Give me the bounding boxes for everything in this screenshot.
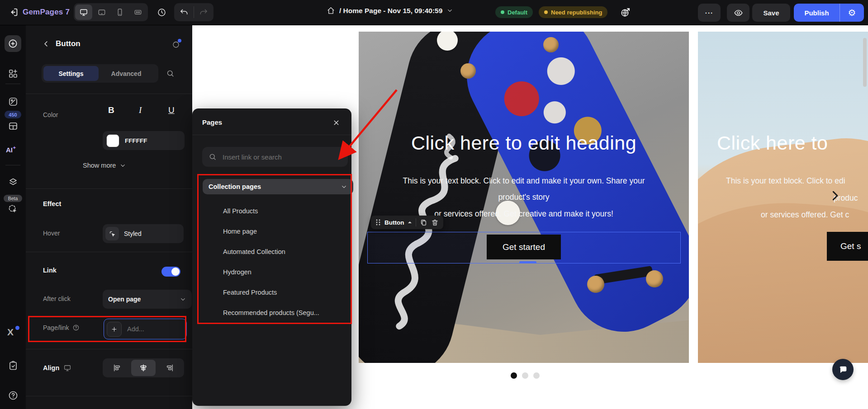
gempages-editor: Click here to edit heading This is your … [0,0,868,409]
chat-widget-button[interactable] [832,359,854,380]
layout-templates-icon[interactable] [8,121,19,132]
chevron-right-icon [828,189,842,202]
add-element-button[interactable] [5,35,21,52]
publish-button[interactable]: Publish [794,4,840,22]
duplicate-icon[interactable] [420,219,427,226]
add-link-button[interactable] [107,322,122,337]
view-live-site-button[interactable] [620,7,631,18]
get-started-button-2[interactable]: Get s [827,232,868,261]
more-actions-button[interactable]: ... [698,4,721,22]
globe-arrow-icon [620,7,631,18]
interactions-icon[interactable] [8,204,19,215]
heading-editable[interactable]: Click here to edit heading [359,132,689,154]
breadcrumb[interactable]: / Home Page - Nov 15, 09:40:59 [327,6,453,15]
slide-skateboard[interactable]: Click here to edit heading This is your … [359,32,689,363]
tooltip-question-icon[interactable] [72,324,80,331]
help-icon[interactable] [8,390,19,401]
align-center-button[interactable] [131,360,156,376]
carousel-dot-active[interactable] [511,372,517,379]
carousel-next-arrow[interactable] [828,189,842,202]
undo-redo-group [174,3,213,21]
save-button[interactable]: Save [752,4,790,22]
canvas-scrollbar[interactable] [863,38,867,87]
page-item[interactable]: Automated Collection [223,245,285,259]
panel-search-icon[interactable] [166,69,175,78]
tab-settings-label: Settings [58,70,83,77]
redo-icon [199,8,208,17]
theme-styles-icon[interactable] [8,96,19,107]
get-started-button[interactable]: Get started [487,235,561,259]
layers-icon[interactable] [8,177,19,188]
link-toggle[interactable] [161,267,180,277]
link-search-input[interactable] [222,153,332,161]
color-control[interactable]: FFFFFF [103,131,185,150]
sidebar-item-ai[interactable]: AI✦ [6,146,16,154]
after-click-dropdown[interactable]: Open page [103,290,192,309]
collection-pages-dropdown[interactable]: Collection pages [203,179,353,194]
align-left-button[interactable] [105,360,129,376]
page-item[interactable]: All Products [223,204,258,218]
format-italic-button[interactable]: I [139,105,142,115]
republish-badge-label: Need republishing [551,9,602,16]
exit-icon [9,7,19,17]
page-link-label: Page/link [43,324,69,331]
page-item[interactable]: Home page [223,225,257,238]
device-mobile-button[interactable] [111,5,128,20]
device-desktop-button[interactable] [75,5,92,20]
align-right-button[interactable] [157,360,182,376]
hover-icon-box [105,227,119,240]
hover-style-button[interactable]: Styled [103,224,184,243]
exit-editor-button[interactable] [9,7,19,17]
close-icon[interactable] [332,119,340,127]
text-block-line[interactable]: or services offered. Get c [761,210,849,220]
page-item[interactable]: Recommended products (Segu... [223,306,319,320]
color-swatch[interactable] [106,134,119,147]
device-responsive-button[interactable] [129,5,147,20]
device-tablet-button[interactable] [93,5,110,20]
caret-up-icon[interactable] [408,221,412,224]
onboarding-checklist-icon[interactable] [8,360,19,371]
text-block-line[interactable]: This is your text block. Click to edi [726,176,845,186]
link-search-box[interactable] [202,147,348,167]
undo-icon [180,8,189,17]
page-link-input[interactable] [126,325,178,333]
show-more-button[interactable]: Show more [83,162,126,169]
align-button-group [103,358,184,377]
get-started-label-2: Get s [840,241,861,251]
gear-icon: ⚙ [848,7,856,18]
tab-advanced[interactable]: Advanced [100,66,153,81]
undo-button[interactable] [175,5,193,20]
sidebar-item-x-integration[interactable]: X [7,327,14,338]
align-label-row: Align [43,364,71,372]
version-history-button[interactable] [157,8,166,17]
sections-library-icon[interactable] [8,68,19,79]
slide-desert[interactable]: Click here to This is your text block. C… [698,32,868,363]
element-toolbar-label: Button [384,219,404,226]
skateboard-wheel [460,63,476,79]
text-block-line[interactable]: product's story [359,193,689,202]
page-item[interactable]: Hydrogen [223,265,251,279]
back-chevron-icon[interactable] [42,40,50,48]
dropdown-label: Collection pages [209,183,261,190]
panel-divider [26,94,192,94]
panel-info-icon[interactable] [172,40,180,48]
drag-handle-icon[interactable] [375,219,381,226]
page-link-add-control[interactable] [104,319,187,339]
carousel-dot[interactable] [522,372,528,379]
carousel-dot[interactable] [533,372,540,379]
page-item[interactable]: Featured Products [223,286,277,299]
redo-button[interactable] [195,5,212,20]
popup-divider [192,135,351,135]
preview-button[interactable] [727,4,749,22]
heading-editable[interactable]: Click here to [698,132,868,154]
chevron-down-icon [341,183,347,190]
x-logo: X [7,327,14,337]
format-bold-button[interactable]: B [108,105,114,115]
yellow-dot [544,10,548,14]
history-clock-icon [157,8,166,17]
format-underline-button[interactable]: U [168,105,175,115]
tab-settings[interactable]: Settings [43,66,99,81]
text-block-line[interactable]: This is your text block. Click to edit a… [359,176,689,186]
trash-icon[interactable] [431,219,439,226]
publish-settings-button[interactable]: ⚙ [840,4,864,22]
